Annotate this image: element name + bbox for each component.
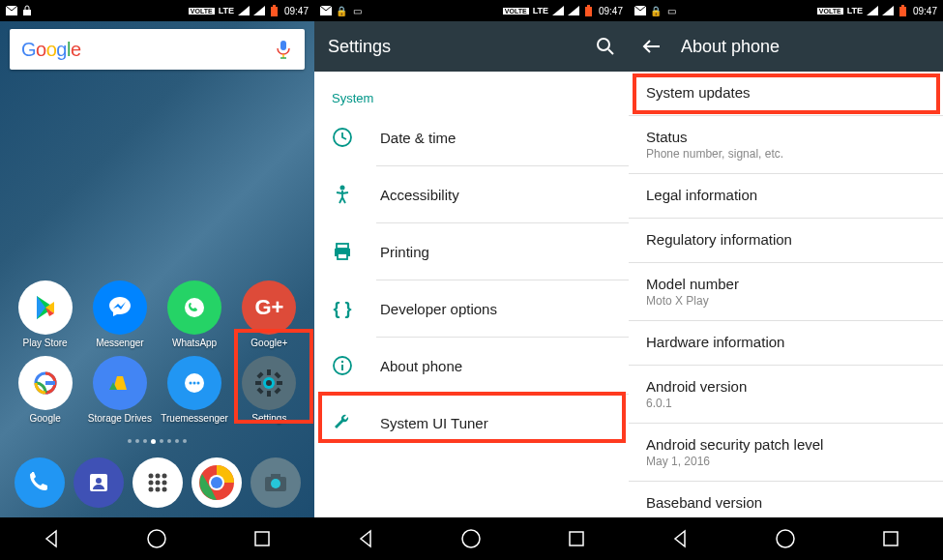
lte-indicator: LTE: [847, 6, 863, 15]
mic-icon[interactable]: [276, 41, 293, 58]
gmail-icon: [634, 5, 646, 16]
svg-rect-44: [587, 5, 590, 7]
signal-2-icon: [882, 5, 894, 16]
page-title: Settings: [328, 37, 391, 57]
info-icon: [332, 355, 353, 376]
nav-recent[interactable]: [563, 525, 590, 552]
app-google-plus[interactable]: G+Google+: [234, 280, 305, 348]
gmail-icon: [6, 5, 17, 16]
setting-about-phone[interactable]: About phone: [314, 338, 629, 394]
about-list[interactable]: System updates StatusPhone number, signa…: [629, 72, 943, 517]
svg-rect-22: [257, 387, 264, 394]
screenshot-icon: ▭: [351, 5, 363, 16]
clock-text: 09:47: [284, 6, 309, 16]
back-arrow-icon[interactable]: [642, 37, 662, 56]
signal-2-icon: [253, 5, 265, 16]
toolbar: About phone: [629, 21, 943, 72]
about-title: Status: [646, 129, 926, 145]
setting-title: System UI Tuner: [380, 415, 488, 431]
svg-rect-60: [899, 7, 906, 16]
toolbar: Settings: [314, 21, 629, 72]
settings-list[interactable]: System Date & time Accessibility Printin…: [314, 72, 629, 517]
setting-title: Developer options: [380, 301, 497, 317]
app-play-store[interactable]: Play Store: [10, 280, 80, 348]
about-status[interactable]: StatusPhone number, signal, etc.: [629, 116, 943, 173]
svg-rect-42: [255, 532, 269, 545]
svg-point-41: [148, 530, 165, 547]
status-bar: 🔒 ▭ VOLTE LTE 09:47: [314, 0, 629, 21]
svg-line-47: [608, 49, 613, 54]
svg-point-32: [148, 487, 153, 492]
dock-apps-drawer[interactable]: [133, 457, 183, 508]
setting-date-time[interactable]: Date & time: [314, 109, 629, 165]
braces-icon: { }: [332, 298, 353, 319]
gmail-icon: [320, 5, 332, 16]
svg-point-34: [162, 487, 166, 492]
setting-title: About phone: [380, 358, 462, 374]
page-indicator: [0, 433, 314, 450]
app-storage-drives[interactable]: Storage Drives: [84, 356, 155, 424]
svg-rect-40: [271, 474, 280, 478]
clock-icon: [332, 127, 353, 148]
clock-text: 09:47: [599, 6, 623, 16]
dock-phone[interactable]: [15, 457, 65, 508]
about-security-patch[interactable]: Android security patch levelMay 1, 2016: [629, 424, 943, 481]
svg-point-46: [598, 39, 609, 50]
svg-point-29: [148, 481, 153, 486]
screenshot-icon: ▭: [665, 5, 677, 16]
about-title: Android version: [646, 378, 926, 395]
svg-point-61: [777, 530, 794, 547]
about-android-version[interactable]: Android version6.0.1: [629, 366, 943, 423]
about-hardware-information[interactable]: Hardware information: [629, 321, 943, 365]
volte-indicator: VOLTE: [189, 8, 215, 15]
app-label: Truemessenger: [161, 413, 228, 424]
app-whatsapp[interactable]: WhatsApp: [160, 280, 230, 348]
app-messenger[interactable]: Messenger: [84, 280, 155, 348]
print-icon: [332, 241, 353, 262]
about-title: Model number: [646, 276, 926, 292]
app-google[interactable]: Google: [10, 356, 80, 424]
app-settings[interactable]: Settings: [234, 356, 305, 424]
nav-home[interactable]: [143, 525, 170, 552]
search-icon[interactable]: [596, 37, 615, 56]
svg-point-12: [193, 382, 196, 385]
app-label: WhatsApp: [172, 338, 217, 348]
about-baseband-version[interactable]: Baseband version: [629, 482, 943, 517]
app-truemessenger[interactable]: Truemessenger: [160, 356, 230, 424]
svg-point-39: [271, 479, 280, 488]
about-phone-screen: 🔒 ▭ VOLTE LTE 09:47 About phone System u…: [629, 0, 943, 560]
nav-home[interactable]: [772, 525, 799, 552]
svg-rect-19: [277, 381, 282, 385]
nav-back[interactable]: [39, 525, 66, 552]
dock-chrome[interactable]: [192, 457, 242, 508]
about-regulatory-information[interactable]: Regulatory information: [629, 219, 943, 262]
setting-accessibility[interactable]: Accessibility: [314, 166, 629, 222]
setting-system-ui-tuner[interactable]: System UI Tuner: [314, 395, 629, 451]
dock-camera[interactable]: [250, 457, 301, 508]
setting-developer-options[interactable]: { } Developer options: [314, 280, 629, 337]
nav-home[interactable]: [457, 525, 485, 552]
app-label: Storage Drives: [88, 413, 152, 424]
about-title: Hardware information: [646, 334, 926, 350]
setting-printing[interactable]: Printing: [314, 223, 629, 280]
lte-indicator: LTE: [533, 6, 548, 15]
svg-point-25: [96, 478, 102, 484]
wrench-icon: [332, 412, 353, 433]
navigation-bar: [0, 517, 314, 560]
nav-back[interactable]: [667, 525, 694, 552]
app-grid: Play Store Messenger WhatsApp G+Google+ …: [0, 280, 314, 433]
google-search-bar[interactable]: Google: [10, 29, 305, 70]
about-subtitle: May 1, 2016: [646, 455, 926, 468]
about-legal-information[interactable]: Legal information: [629, 174, 943, 218]
about-model-number[interactable]: Model numberMoto X Play: [629, 263, 943, 320]
dock-contacts[interactable]: [74, 457, 124, 508]
about-title: Baseband version: [646, 494, 926, 511]
svg-rect-16: [267, 369, 271, 375]
svg-point-11: [190, 382, 192, 385]
status-bar: VOLTE LTE 09:47: [0, 0, 314, 21]
about-system-updates[interactable]: System updates: [629, 72, 943, 115]
nav-recent[interactable]: [877, 525, 904, 552]
svg-point-15: [266, 380, 272, 386]
nav-recent[interactable]: [249, 525, 276, 552]
nav-back[interactable]: [353, 525, 380, 552]
